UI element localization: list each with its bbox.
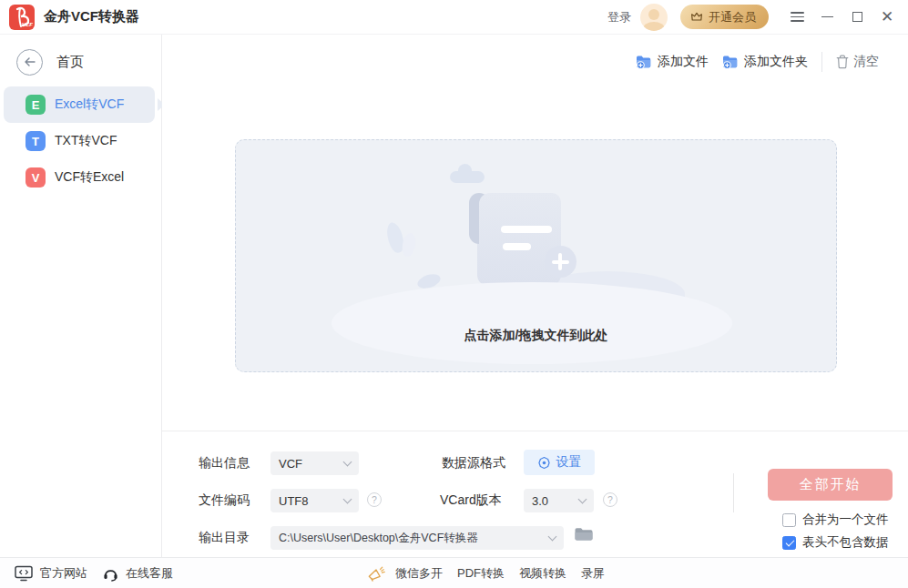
- encoding-help-icon[interactable]: ?: [367, 492, 382, 507]
- sidebar-item-label: TXT转VCF: [55, 133, 117, 149]
- dropzone-illustration: [386, 166, 687, 326]
- header-checkbox-label: 表头不包含数据: [802, 534, 889, 551]
- excel-badge-icon: E: [26, 95, 46, 115]
- window-controls: ✕: [787, 7, 897, 27]
- add-file-button[interactable]: 添加文件: [636, 54, 709, 70]
- promo-screen-record[interactable]: 录屏: [581, 565, 605, 582]
- sidebar-item-excel-to-vcf[interactable]: E Excel转VCF: [4, 86, 155, 123]
- encoding-value: UTF8: [279, 494, 309, 508]
- output-info-select[interactable]: VCF: [270, 451, 359, 475]
- promo-label: 视频转换: [519, 565, 566, 582]
- trash-icon: [836, 55, 849, 69]
- maximize-icon: [852, 12, 862, 22]
- output-dir-select[interactable]: C:\Users\User\Desktop\金舟VCF转换器: [270, 526, 564, 550]
- output-info-label: 输出信息: [199, 455, 250, 471]
- add-folder-button[interactable]: 添加文件夹: [722, 54, 808, 70]
- promo-label: PDF转换: [457, 565, 505, 582]
- merge-checkbox[interactable]: 合并为一个文件: [782, 512, 889, 528]
- vcf-badge-icon: V: [26, 167, 46, 188]
- vcard-label: VCard版本: [440, 492, 502, 509]
- menu-button[interactable]: [787, 7, 807, 27]
- minimize-button[interactable]: [817, 7, 837, 27]
- hamburger-icon: [791, 12, 804, 22]
- vcard-select[interactable]: 3.0: [524, 489, 594, 512]
- header-checkbox[interactable]: 表头不包含数据: [782, 534, 889, 551]
- hill-shape: [332, 282, 732, 364]
- txt-badge-icon: T: [26, 131, 46, 151]
- promo-wechat-multi[interactable]: 微信多开: [366, 565, 443, 582]
- settings-button-label: 设置: [556, 454, 582, 471]
- add-folder-icon: [722, 55, 740, 70]
- dropzone-hint: 点击添加/拖拽文件到此处: [236, 328, 836, 344]
- datasource-settings-button[interactable]: 设置: [524, 450, 595, 475]
- sidebar-item-label: Excel转VCF: [55, 96, 124, 113]
- datasource-label: 数据源格式: [442, 455, 505, 471]
- toolbar: 添加文件 添加文件夹 清空: [636, 50, 879, 74]
- titlebar-right: 登录 开通会员: [607, 4, 897, 31]
- add-file-icon: [636, 55, 653, 70]
- add-folder-label: 添加文件夹: [744, 54, 808, 70]
- main-panel: 添加文件 添加文件夹 清空: [162, 35, 908, 557]
- dropzone[interactable]: 点击添加/拖拽文件到此处: [235, 139, 837, 372]
- merge-checkbox-label: 合并为一个文件: [802, 512, 889, 528]
- online-service-link[interactable]: 在线客服: [103, 558, 173, 588]
- chevron-down-icon: [578, 494, 587, 503]
- promo-video-convert[interactable]: 视频转换: [519, 565, 566, 582]
- chevron-down-icon: [548, 532, 557, 541]
- plant-icon: [400, 232, 416, 258]
- gear-icon: [537, 456, 551, 470]
- vcard-value: 3.0: [532, 494, 548, 508]
- minimize-icon: [821, 16, 833, 18]
- promo-group: 微信多开 PDF转换 视频转换 录屏: [366, 558, 605, 588]
- home-label[interactable]: 首页: [56, 54, 84, 71]
- app-logo-icon: VCF: [9, 5, 35, 30]
- folder-icon: [574, 526, 594, 542]
- plus-icon: [545, 246, 576, 278]
- vip-label: 开通会员: [709, 9, 756, 25]
- back-button[interactable]: [16, 49, 43, 76]
- promo-pdf-convert[interactable]: PDF转换: [457, 565, 505, 582]
- app-title: 金舟VCF转换器: [44, 8, 139, 25]
- titlebar: VCF 金舟VCF转换器 登录 开通会员: [0, 0, 908, 35]
- toolbar-divider: [821, 52, 822, 72]
- crown-icon: [690, 11, 703, 23]
- avatar-body: [643, 22, 665, 31]
- output-info-value: VCF: [279, 457, 302, 471]
- official-site-label: 官方网站: [40, 565, 87, 582]
- sidebar-item-vcf-to-excel[interactable]: V VCF转Excel: [4, 159, 155, 196]
- cloud-icon: [450, 171, 485, 183]
- app-window: VCF 金舟VCF转换器 登录 开通会员: [0, 0, 908, 588]
- megaphone-icon: [366, 565, 387, 582]
- settings-divider: [162, 431, 908, 431]
- vip-button[interactable]: 开通会员: [680, 5, 769, 29]
- sidebar-item-txt-to-vcf[interactable]: T TXT转VCF: [4, 123, 155, 159]
- clear-label: 清空: [853, 54, 879, 70]
- promo-label: 录屏: [581, 565, 605, 582]
- statusbar: 官方网站 在线客服 微信多开 PDF转换: [0, 557, 908, 588]
- official-site-link[interactable]: 官方网站: [15, 558, 87, 588]
- close-icon: ✕: [881, 9, 893, 25]
- avatar[interactable]: [640, 4, 668, 31]
- sidebar: 首页 E Excel转VCF T TXT转VCF V VCF转Excel: [0, 35, 162, 557]
- output-dir-value: C:\Users\User\Desktop\金舟VCF转换器: [279, 531, 478, 546]
- encoding-label: 文件编码: [199, 492, 250, 509]
- start-all-button[interactable]: 全部开始: [768, 469, 893, 501]
- login-link[interactable]: 登录: [607, 9, 631, 25]
- vcard-help-icon[interactable]: ?: [603, 492, 617, 507]
- sidebar-item-label: VCF转Excel: [55, 169, 124, 186]
- action-divider: [733, 473, 734, 512]
- monitor-icon: [15, 565, 33, 582]
- chevron-down-icon: [343, 457, 352, 466]
- headset-icon: [103, 566, 118, 582]
- maximize-button[interactable]: [847, 7, 867, 27]
- clear-button[interactable]: 清空: [836, 54, 879, 70]
- promo-label: 微信多开: [395, 565, 443, 582]
- close-button[interactable]: ✕: [877, 7, 897, 27]
- browse-folder-button[interactable]: [574, 526, 594, 546]
- encoding-select[interactable]: UTF8: [270, 489, 359, 512]
- checkbox-checked-icon[interactable]: [782, 536, 796, 550]
- checkbox-unchecked-icon[interactable]: [782, 513, 796, 527]
- avatar-head: [648, 9, 659, 20]
- back-arrow-icon: [24, 56, 36, 67]
- add-file-label: 添加文件: [658, 54, 709, 70]
